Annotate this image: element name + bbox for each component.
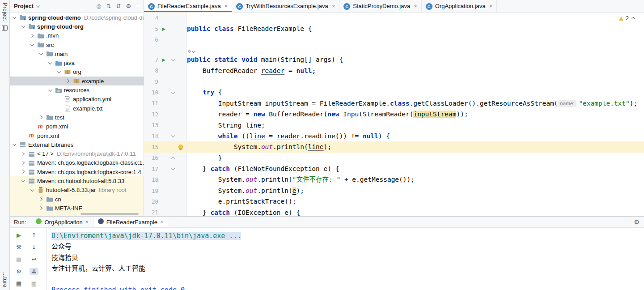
tree-row[interactable]: test (10, 113, 144, 122)
tree-row[interactable]: java (10, 58, 144, 67)
chevron-right-icon[interactable] (39, 115, 46, 119)
code-text[interactable]: System.out.println("文件不存在: " + e.getMess… (187, 174, 644, 185)
code-text[interactable]: BufferedReader reader = null; (187, 65, 644, 76)
code-text[interactable]: System.out.println(e); (187, 185, 644, 196)
chevron-down-icon[interactable] (21, 24, 28, 29)
editor[interactable]: 45▶public class FileReaderExample {6⚙7▶p… (144, 13, 644, 216)
fold-down-icon[interactable] (169, 134, 177, 138)
editor-tab[interactable]: COrgApplication.java× (422, 0, 497, 12)
code-text[interactable] (187, 76, 644, 87)
hide-button[interactable]: ─ (136, 3, 140, 9)
project-toolwindow-icon[interactable] (2, 25, 8, 31)
chevron-down-icon[interactable] (39, 51, 46, 56)
close-icon[interactable]: × (414, 3, 417, 9)
tree-row[interactable]: hutool-all-5.8.33.jarlibrary root (10, 186, 144, 195)
run-line-icon[interactable]: ▶ (158, 57, 169, 62)
fold-up-icon[interactable] (169, 156, 177, 160)
tree-row[interactable]: cn (10, 195, 144, 204)
code-text[interactable]: } catch (FileNotFoundException e) { (187, 163, 644, 174)
chevron-up-icon[interactable] (631, 16, 636, 21)
collapse-all-button[interactable]: ⇵ (116, 3, 121, 9)
chevron-down-icon[interactable] (48, 88, 55, 93)
chevron-down-icon[interactable] (36, 4, 41, 9)
chevron-down-icon[interactable] (21, 179, 28, 183)
fold-down-icon[interactable] (169, 90, 177, 95)
tree-row[interactable]: .mvn (10, 31, 144, 40)
tree-row[interactable]: Maven: ch.qos.logback:logback-classic:1.… (10, 158, 144, 167)
expand-all-button[interactable]: ⇅ (106, 3, 111, 9)
rerun-button[interactable]: ▶ (14, 231, 23, 239)
console-settings-button[interactable]: ⚙ (14, 268, 23, 275)
close-icon[interactable]: × (160, 219, 163, 225)
tree-row[interactable]: org (10, 68, 144, 77)
tree-row[interactable]: < 17 >D:\Enviroment\java\jdk-17.0.11 (10, 149, 144, 158)
chevron-right-icon[interactable] (30, 34, 37, 38)
chevron-right-icon[interactable] (66, 79, 72, 83)
tree-row[interactable]: mpom.xml (10, 122, 144, 131)
code-text[interactable]: try { (187, 87, 644, 98)
chevron-right-icon[interactable] (39, 206, 46, 210)
locate-file-button[interactable]: ◎ (96, 3, 101, 9)
project-stripe-button[interactable]: Project (2, 3, 8, 21)
tree-row[interactable]: spring-cloud-org (10, 22, 144, 31)
chevron-right-icon[interactable] (39, 197, 46, 201)
editor-tab[interactable]: CFileReaderExample.java× (144, 0, 232, 12)
code-text[interactable]: InputStream inputStream = FileReaderExam… (187, 98, 644, 109)
build-button[interactable]: ⚒ (14, 243, 23, 251)
tree-row[interactable]: Maven: ch.qos.logback:logback-core:1.4. (10, 167, 144, 176)
code-text[interactable]: while ((line = reader.readLine()) != nul… (187, 131, 644, 141)
stop-button[interactable]: ■ (14, 256, 23, 263)
tree-row[interactable]: main (10, 49, 144, 58)
code-text[interactable] (187, 13, 644, 23)
code-text[interactable]: reader = new BufferedReader(new InputStr… (187, 109, 644, 119)
print-button[interactable]: ▥ (30, 280, 38, 287)
code-text[interactable]: String line; (187, 120, 644, 131)
intention-bulb-icon[interactable] (177, 145, 184, 149)
code-text[interactable]: } catch (IOException e) { (187, 207, 644, 216)
close-icon[interactable]: × (332, 3, 335, 9)
fold-down-icon[interactable] (169, 57, 177, 62)
code-text[interactable]: public static void main(String[] args) { (187, 54, 644, 65)
run-tab[interactable]: FileReaderExample× (93, 217, 168, 227)
project-panel-title[interactable]: Project (14, 3, 34, 9)
close-icon[interactable]: × (225, 3, 228, 9)
code-text[interactable]: ⚙ (187, 45, 644, 54)
editor-tab[interactable]: CStaticProxyDemo.java× (339, 0, 421, 12)
up-the-stack-trace-button[interactable]: ↑ (30, 231, 38, 239)
tree-row[interactable]: example.txt (10, 104, 144, 113)
fold-down-icon[interactable] (169, 166, 177, 171)
chevron-down-icon[interactable] (12, 15, 19, 20)
tree-row[interactable]: External Libraries (10, 140, 144, 149)
chevron-right-icon[interactable] (21, 170, 28, 174)
code-text[interactable]: } (187, 153, 644, 163)
editor-tab[interactable]: CTryWithResourcesExample.java× (232, 0, 339, 12)
console-output[interactable]: D:\Enviroment\java\jdk-17.0.11\bin\java.… (47, 228, 644, 290)
scroll-to-end-button[interactable]: ⇊ (30, 268, 38, 275)
soft-wrap-button[interactable]: ↩ (30, 256, 38, 263)
run-settings-icon[interactable]: ⚙ (634, 218, 640, 226)
run-tab[interactable]: OrgApplication× (31, 217, 93, 227)
tree-row[interactable]: application.yml (10, 95, 144, 104)
chevron-down-icon[interactable] (30, 43, 37, 47)
run-line-icon[interactable]: ▶ (158, 26, 169, 31)
chevron-right-icon[interactable] (21, 161, 28, 165)
chevron-right-icon[interactable] (21, 152, 28, 156)
close-icon[interactable]: × (85, 219, 89, 225)
code-vision-icon[interactable]: ⚙ (187, 46, 196, 54)
tree-row[interactable]: example (10, 77, 144, 85)
close-icon[interactable]: × (489, 3, 493, 9)
code-text[interactable]: public class FileReaderExample { (187, 23, 644, 34)
horizontal-scrollbar-thumb[interactable] (80, 213, 139, 215)
chevron-down-icon[interactable] (57, 70, 64, 74)
code-text[interactable]: e.printStackTrace(); (187, 196, 644, 207)
tree-row[interactable]: resources (10, 85, 144, 94)
structure-stripe-button[interactable]: ...ture (2, 272, 8, 287)
tree-row[interactable]: src (10, 40, 144, 49)
chevron-down-icon[interactable] (12, 142, 19, 147)
code-text[interactable]: System.out.println(line); (187, 141, 644, 152)
chevron-down-icon[interactable] (30, 188, 37, 192)
settings-button[interactable]: ⚙ (126, 3, 131, 9)
dump-threads-button[interactable]: ▤ (14, 280, 23, 287)
tree-row[interactable]: spring-cloud-demoD:\code\spring-cloud-de… (10, 13, 144, 22)
tree-row[interactable]: META-INF (10, 204, 144, 213)
